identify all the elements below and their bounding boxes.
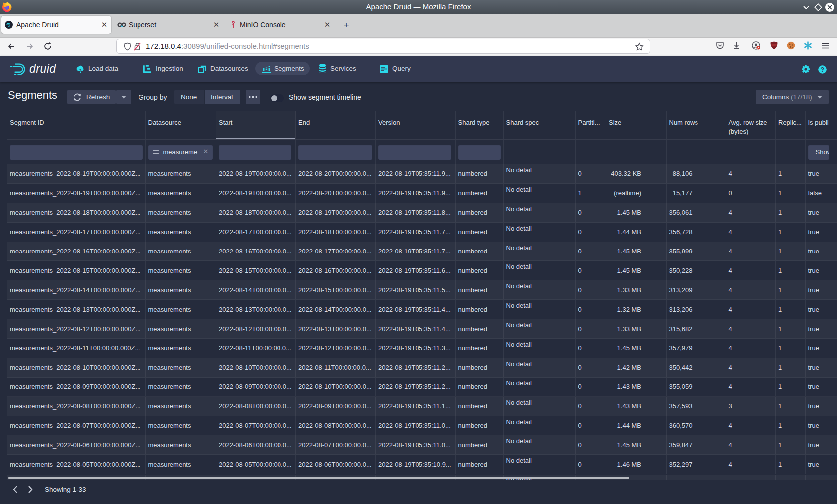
svg-text:?: ? <box>821 66 824 73</box>
